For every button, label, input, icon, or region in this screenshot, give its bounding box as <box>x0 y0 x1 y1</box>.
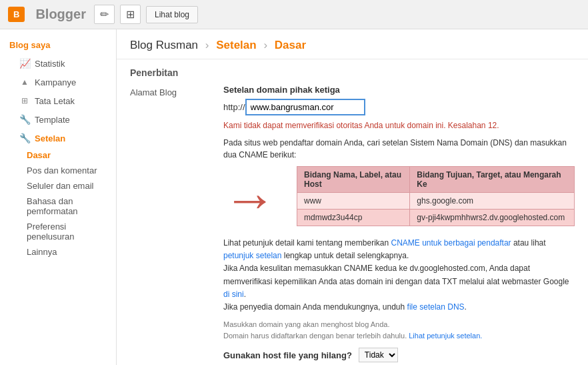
kampanye-icon: ▲ <box>19 76 31 88</box>
alamat-blog-row: Alamat Blog Setelan domain pihak ketiga … <box>130 85 575 365</box>
blog-saya-title[interactable]: Blog saya <box>0 36 116 54</box>
tata-letak-icon: ⊞ <box>19 95 31 107</box>
sidebar-item-template[interactable]: 🔧 Template <box>0 110 116 129</box>
sidebar-item-kampanye[interactable]: ▲ Kampanye <box>0 73 116 91</box>
table-cell-col2-row2: gv-pji4kwpmhhwrs2.dv.googlehosted.com <box>410 210 575 226</box>
di-sini-link[interactable]: di sini <box>223 290 244 299</box>
breadcrumb: Blog Rusman › Setelan › Dasar <box>117 29 588 59</box>
sidebar-item-statistik[interactable]: 📈 Statistik <box>0 54 116 73</box>
file-link[interactable]: file setelan DNS <box>407 302 465 312</box>
detail-info: Lihat petunjuk detail kami tentang membe… <box>223 237 575 314</box>
sidebar: Blog saya 📈 Statistik ▲ Kampanye ⊞ Tata … <box>0 29 117 365</box>
arrow-section: → Bidang Nama, Label, atau Host Bidang T… <box>223 166 575 233</box>
sidebar-item-tata-letak[interactable]: ⊞ Tata Letak <box>0 91 116 110</box>
breadcrumb-sep2: › <box>263 39 267 51</box>
breadcrumb-sep1: › <box>205 39 209 51</box>
info-text: Pada situs web pendaftar domain Anda, ca… <box>223 137 575 161</box>
cname-link[interactable]: CNAME untuk berbagai pendaftar <box>391 238 511 248</box>
sidebar-item-setelan[interactable]: 🔧 Setelan <box>0 129 116 147</box>
detail-text3: lengkap untuk detail selengkapnya. <box>281 251 409 260</box>
sidebar-subitem-bahasa[interactable]: Bahasa dan pemformatan <box>0 194 116 219</box>
table-cell-col1-row1: www <box>297 193 410 210</box>
lihat-blog-button[interactable]: Lihat blog <box>146 6 198 23</box>
sidebar-subitem-pos[interactable]: Pos dan komentar <box>0 163 116 178</box>
petunjuk-link[interactable]: petunjuk setelan <box>223 251 281 260</box>
sidebar-item-tata-letak-label: Tata Letak <box>35 96 75 106</box>
sidebar-subitem-seluler[interactable]: Seluler dan email <box>0 178 116 194</box>
breadcrumb-blog-name: Blog Rusman <box>130 39 198 51</box>
error-message: Kami tidak dapat memverifikasi otoritas … <box>223 119 575 131</box>
statistik-icon: 📈 <box>19 57 31 69</box>
content-area: Blog Rusman › Setelan › Dasar Penerbitan… <box>117 29 588 365</box>
host-label: Gunakan host file yang hilang? <box>223 350 352 360</box>
detail-text1: Lihat petunjuk detail kami tentang membe… <box>223 238 391 248</box>
detail-text7: . <box>465 302 467 312</box>
small-text2: Domain harus didaftarkan dengan benar te… <box>223 332 409 340</box>
sidebar-subitem-preferensi[interactable]: Preferensi penelusuran <box>0 219 116 244</box>
penerbitan-header: Penerbitan <box>130 67 575 78</box>
url-prefix: http:// <box>223 102 245 112</box>
sidebar-subitem-dasar[interactable]: Dasar <box>0 147 116 163</box>
alamat-blog-label: Alamat Blog <box>130 85 210 365</box>
table-cell-col2-row1: ghs.google.com <box>410 193 575 210</box>
breadcrumb-current: Dasar <box>275 39 306 51</box>
table-cell-col1-row2: mdmwdz3u44cp <box>297 210 410 226</box>
main-layout: Blog saya 📈 Statistik ▲ Kampanye ⊞ Tata … <box>0 29 588 365</box>
blogger-logo: B <box>8 7 25 22</box>
main-content: Penerbitan Alamat Blog Setelan domain pi… <box>117 59 588 365</box>
detail-text5: . <box>244 290 246 299</box>
view-button[interactable]: ⊞ <box>120 5 141 24</box>
sidebar-item-setelan-label: Setelan <box>35 133 65 143</box>
domain-title: Setelan domain pihak ketiga <box>223 85 575 95</box>
table-row: mdmwdz3u44cp gv-pji4kwpmhhwrs2.dv.google… <box>297 210 575 226</box>
toolbar: B Blogger ✏ ⊞ Lihat blog <box>0 0 588 29</box>
edit-button[interactable]: ✏ <box>94 5 115 24</box>
dns-table: Bidang Nama, Label, atau Host Bidang Tuj… <box>297 166 575 226</box>
sidebar-item-kampanye-label: Kampanye <box>35 77 76 87</box>
template-icon: 🔧 <box>19 113 31 125</box>
host-select[interactable]: Tidak <box>359 348 398 362</box>
sidebar-subitem-lainnya[interactable]: Lainnya <box>0 244 116 260</box>
blogger-wordmark: Blogger <box>35 7 86 22</box>
sidebar-item-template-label: Template <box>35 115 70 125</box>
breadcrumb-section[interactable]: Setelan <box>216 39 256 51</box>
table-header-1: Bidang Nama, Label, atau Host <box>297 167 410 193</box>
form-content: Setelan domain pihak ketiga http:// Kami… <box>223 85 575 365</box>
url-row: http:// <box>223 99 575 115</box>
table-container: Bidang Nama, Label, atau Host Bidang Tuj… <box>297 166 575 233</box>
detail-text4: Jika Anda kesulitan memasukkan CNAME ked… <box>223 264 569 286</box>
table-header-2: Bidang Tujuan, Target, atau Mengarah Ke <box>410 167 575 193</box>
table-row: www ghs.google.com <box>297 193 575 210</box>
detail-text2: atau lihat <box>511 238 546 248</box>
small-text1: Masukkan domain yang akan menghost blog … <box>223 320 390 328</box>
small-link[interactable]: Lihat petunjuk setelan. <box>409 332 482 340</box>
arrow-icon: → <box>223 173 277 226</box>
url-input[interactable] <box>245 99 365 115</box>
sidebar-item-statistik-label: Statistik <box>35 59 65 69</box>
small-note: Masukkan domain yang akan menghost blog … <box>223 319 575 341</box>
setelan-icon: 🔧 <box>19 132 31 144</box>
detail-text6: Jika penyedia domain Anda mendukungnya, … <box>223 302 407 312</box>
host-row: Gunakan host file yang hilang? Tidak <box>223 348 575 362</box>
